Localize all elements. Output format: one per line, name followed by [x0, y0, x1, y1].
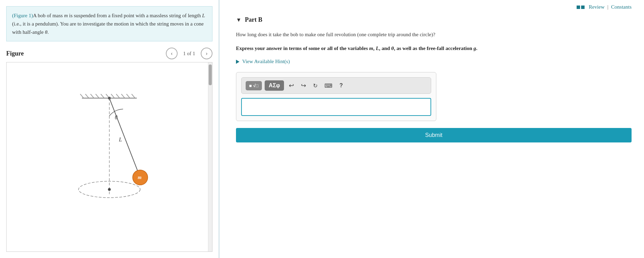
part-title: Part B — [245, 16, 262, 23]
figure-link[interactable]: (Figure 1) — [12, 13, 33, 18]
figure-scrollbar-thumb — [209, 64, 212, 85]
keyboard-button[interactable]: ⌨ — [322, 81, 334, 90]
top-links-bar: Review | Constants — [236, 4, 632, 10]
svg-text:θ: θ — [115, 115, 117, 120]
next-figure-button[interactable]: › — [201, 48, 212, 59]
review-square-1 — [577, 6, 580, 9]
page-indicator: 1 of 1 — [183, 51, 195, 57]
problem-statement: (Figure 1)A bob of mass m is suspended f… — [6, 6, 212, 41]
prev-figure-button[interactable]: ‹ — [166, 48, 178, 59]
greek-button[interactable]: ΑΣφ — [265, 80, 284, 91]
figure-title: Figure — [6, 50, 160, 57]
greek-label: ΑΣφ — [269, 82, 280, 89]
answer-instructions: Express your answer in terms of some or … — [236, 44, 632, 52]
redo-button[interactable]: ↪ — [299, 80, 308, 91]
answer-box: ■ √□ ΑΣφ ↩ ↪ ↻ ⌨ ? — [236, 72, 436, 121]
part-header: ▼ Part B — [236, 16, 632, 23]
formula-button[interactable]: ■ √□ — [246, 81, 262, 90]
figure-svg: θ L m — [7, 62, 212, 251]
svg-point-21 — [108, 188, 111, 191]
hint-label: View Available Hint(s) — [242, 59, 290, 64]
right-panel: Review | Constants ▼ Part B How long doe… — [219, 0, 644, 258]
math-input[interactable] — [241, 98, 431, 116]
review-link[interactable]: Review — [589, 4, 605, 10]
svg-text:m: m — [138, 175, 142, 180]
figure-scrollbar[interactable] — [208, 62, 212, 251]
hint-triangle-icon — [236, 60, 239, 64]
reset-button[interactable]: ↻ — [311, 81, 320, 90]
review-icon — [577, 6, 585, 9]
submit-button[interactable]: Submit — [236, 128, 632, 142]
undo-button[interactable]: ↩ — [287, 80, 296, 91]
question-text: How long does it take the bob to make on… — [236, 30, 632, 39]
help-button[interactable]: ? — [337, 81, 345, 90]
hint-toggle[interactable]: View Available Hint(s) — [236, 59, 632, 64]
svg-text:L: L — [119, 137, 122, 142]
problem-text-1: A bob of mass m is suspended from a fixe… — [12, 13, 205, 35]
review-square-2 — [581, 6, 585, 9]
toolbar: ■ √□ ΑΣφ ↩ ↪ ↻ ⌨ ? — [241, 77, 431, 94]
instructions-prefix: Express your answer in terms of some or … — [236, 46, 477, 51]
figure-section: Figure ‹ 1 of 1 › — [0, 41, 219, 62]
constants-link[interactable]: Constants — [611, 4, 632, 10]
figure-container: θ L m — [6, 62, 212, 252]
sqrt-icon: √□ — [253, 83, 258, 88]
link-separator: | — [607, 4, 608, 10]
formula-icon: ■ — [249, 83, 252, 88]
part-collapse-arrow[interactable]: ▼ — [236, 17, 242, 23]
left-panel: (Figure 1)A bob of mass m is suspended f… — [0, 0, 219, 258]
